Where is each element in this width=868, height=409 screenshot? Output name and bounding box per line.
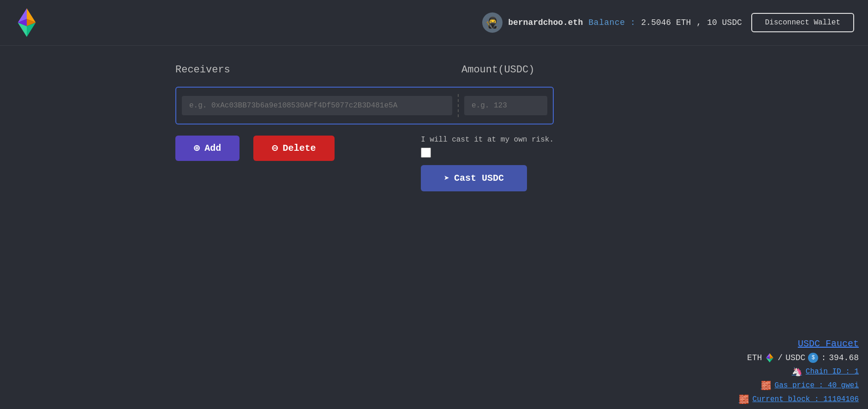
rate-slash: / [778,353,783,362]
info-panel: USDC Faucet ETH / USDC $ : 394.68 🦄 Chai… [739,338,859,404]
balance-eth: 2.5046 ETH [641,18,691,27]
chain-emoji: 🦄 [792,367,802,377]
left-buttons: ⊕ Add ⊖ Delete [175,136,335,161]
eth-small-icon [765,353,775,363]
app-header: 🥷 bernardchoo.eth Balance : 2.5046 ETH ,… [0,0,868,46]
add-icon: ⊕ [194,142,200,154]
cast-usdc-button[interactable]: ➤ Cast USDC [421,165,527,191]
logo-area [14,6,40,39]
delete-button[interactable]: ⊖ Delete [253,136,334,161]
receiver-input[interactable] [182,96,452,115]
rate-colon: : [821,353,826,362]
block-emoji: 🧱 [739,394,749,404]
gas-emoji: 🧱 [761,380,771,391]
current-block-row[interactable]: 🧱 Current block : 11104106 [739,394,859,404]
rate-value: 394.68 [829,353,859,362]
amount-input[interactable] [464,96,547,115]
form-section: Receivers Amount(USDC) ⊕ Add ⊖ Delete [175,64,554,191]
cast-icon: ➤ [444,172,449,184]
header-right: 🥷 bernardchoo.eth Balance : 2.5046 ETH ,… [482,12,854,33]
amount-label: Amount(USDC) [461,64,554,76]
usdc-small-icon: $ [808,353,818,363]
eth-usdc-rate: ETH / USDC $ : 394.68 [747,353,859,363]
eth-logo-icon [14,6,40,39]
rate-usdc-label: USDC [785,353,805,362]
action-row: ⊕ Add ⊖ Delete I will cast it at my own … [175,136,554,191]
cast-btn-wrapper: ➤ Cast USDC [421,165,527,191]
receivers-label: Receivers [175,64,461,76]
column-labels: Receivers Amount(USDC) [175,64,554,76]
input-row [175,87,554,124]
delete-label: Delete [283,143,316,154]
chain-id-row[interactable]: 🦄 Chain ID : 1 [792,367,859,377]
gas-price-row[interactable]: 🧱 Gas price : 40 gwei [761,380,859,391]
gas-price-label: Gas price : 40 gwei [775,381,859,390]
wallet-name: bernardchoo.eth [508,18,583,27]
chain-id-label: Chain ID : 1 [806,368,859,376]
right-section: I will cast it at my own risk. ➤ Cast US… [421,136,554,191]
risk-checkbox[interactable] [421,148,431,158]
balance-sep: , [696,18,701,27]
avatar: 🥷 [482,12,503,33]
current-block-label: Current block : 11104106 [753,395,859,403]
usdc-faucet-link[interactable]: USDC Faucet [798,338,859,349]
main-content: Receivers Amount(USDC) ⊕ Add ⊖ Delete [0,46,868,191]
disconnect-wallet-button[interactable]: Disconnect Wallet [751,13,854,32]
add-label: Add [204,143,221,154]
risk-label: I will cast it at my own risk. [421,136,554,144]
row-divider [458,94,459,117]
add-button[interactable]: ⊕ Add [175,136,239,161]
balance-usdc: 10 USDC [707,18,742,27]
risk-checkbox-row [421,148,431,158]
wallet-info: 🥷 bernardchoo.eth Balance : 2.5046 ETH ,… [482,12,742,33]
cast-label: Cast USDC [454,173,504,184]
delete-icon: ⊖ [272,142,278,154]
balance-label: Balance : [588,18,635,27]
rate-eth-label: ETH [747,353,762,362]
